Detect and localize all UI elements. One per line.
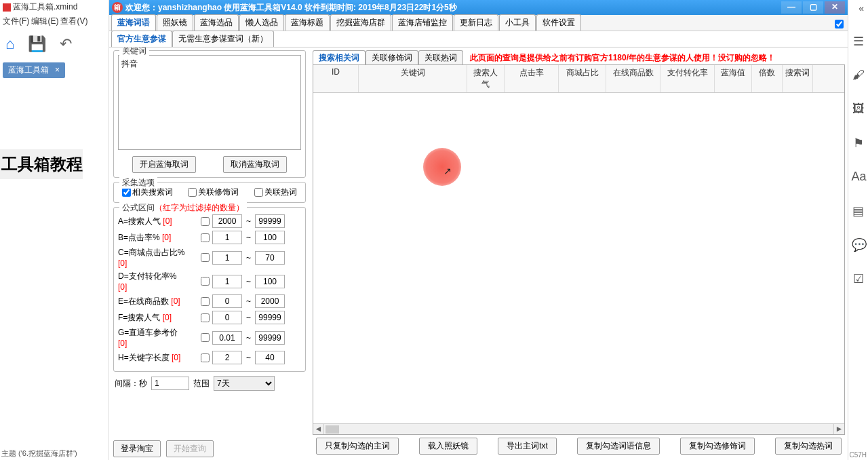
- text-icon[interactable]: Aa: [852, 170, 865, 183]
- formula-enable-checkbox[interactable]: [201, 333, 210, 342]
- column-在线商品数[interactable]: 在线商品数: [606, 65, 660, 92]
- formula-max-input[interactable]: [255, 251, 285, 265]
- column-ID[interactable]: ID: [313, 65, 359, 92]
- scroll-thumb[interactable]: [326, 425, 339, 434]
- interval-input[interactable]: [151, 377, 189, 390]
- tab-更新日志[interactable]: 更新日志: [454, 14, 498, 31]
- formula-enable-checkbox[interactable]: [201, 297, 210, 306]
- formula-min-input[interactable]: [212, 214, 242, 228]
- keyword-input[interactable]: [118, 55, 301, 150]
- formula-min-input[interactable]: [212, 311, 242, 324]
- minimize-button[interactable]: —: [781, 1, 802, 14]
- collect-options-group: 采集选项 相关搜索词 关联修饰词 关联热词: [113, 182, 306, 203]
- start-collect-button[interactable]: 开启蓝海取词: [132, 156, 196, 173]
- footer-action-5[interactable]: 复制勾选热词: [775, 438, 842, 455]
- start-query-button[interactable]: 开始查询: [166, 440, 214, 457]
- menu-file[interactable]: 文件(F): [3, 16, 29, 26]
- opt-hot[interactable]: 关联热词: [254, 187, 297, 198]
- save-icon[interactable]: 💾: [28, 35, 46, 53]
- scroll-right-icon[interactable]: ►: [833, 424, 844, 434]
- note-icon[interactable]: ▤: [852, 204, 865, 217]
- formula-min-input[interactable]: [212, 251, 242, 265]
- column-商城占比[interactable]: 商城占比: [559, 65, 606, 92]
- formula-enable-checkbox[interactable]: [201, 233, 210, 242]
- tab-懒人选品[interactable]: 懒人选品: [239, 14, 284, 31]
- column-搜索词[interactable]: 搜索词: [783, 65, 813, 92]
- comment-icon[interactable]: 💬: [852, 237, 865, 251]
- xmind-canvas[interactable]: 工具箱教程: [0, 136, 108, 339]
- task-icon[interactable]: ☑: [852, 271, 865, 285]
- tab-蓝海店铺监控[interactable]: 蓝海店铺监控: [392, 14, 453, 31]
- formula-row-0: A=搜索人气 [0]~: [118, 214, 301, 228]
- maximize-button[interactable]: ▢: [803, 1, 823, 14]
- footer-action-3[interactable]: 复制勾选词语信息: [577, 438, 660, 455]
- xmind-node-text[interactable]: 工具箱教程: [0, 149, 83, 179]
- menu-view[interactable]: 查看(V): [60, 16, 87, 26]
- footer-action-4[interactable]: 复制勾选修饰词: [680, 438, 755, 455]
- subtab-0[interactable]: 官方生意参谋: [111, 31, 172, 47]
- formula-enable-checkbox[interactable]: [201, 217, 210, 226]
- tab-软件设置[interactable]: 软件设置: [536, 14, 581, 31]
- formula-max-input[interactable]: [255, 275, 285, 288]
- datatab-2[interactable]: 关联热词: [418, 50, 463, 65]
- titlebar-checkbox[interactable]: [835, 20, 844, 28]
- formula-label: F=搜索人气 [0]: [118, 312, 186, 324]
- menu-edit[interactable]: 编辑(E): [31, 16, 58, 26]
- subtab-1[interactable]: 无需生意参谋查词（新）: [172, 31, 274, 47]
- image-icon[interactable]: 🖼: [852, 102, 865, 115]
- opt-modifier[interactable]: 关联修饰词: [188, 187, 239, 198]
- tab-蓝海词语[interactable]: 蓝海词语: [111, 14, 156, 31]
- tab-挖掘蓝海店群[interactable]: 挖掘蓝海店群: [330, 14, 391, 31]
- datatab-0[interactable]: 搜索相关词: [313, 50, 366, 65]
- formula-max-input[interactable]: [255, 351, 285, 364]
- column-搜索人气[interactable]: 搜索人气: [467, 65, 505, 92]
- formula-min-input[interactable]: [212, 231, 242, 244]
- footer-action-1[interactable]: 载入照妖镜: [419, 438, 477, 455]
- formula-max-input[interactable]: [255, 331, 285, 345]
- column-蓝海值[interactable]: 蓝海值: [715, 65, 752, 92]
- column-关键词[interactable]: 关键词: [359, 65, 467, 92]
- column-倍数[interactable]: 倍数: [752, 65, 783, 92]
- formula-max-input[interactable]: [255, 294, 285, 308]
- close-icon[interactable]: ×: [55, 65, 60, 75]
- datatab-1[interactable]: 关联修饰词: [366, 50, 418, 65]
- cancel-collect-button[interactable]: 取消蓝海取词: [223, 156, 287, 173]
- opt-related-checkbox[interactable]: [122, 188, 131, 197]
- tab-蓝海选品[interactable]: 蓝海选品: [194, 14, 239, 31]
- outline-icon[interactable]: ☰: [852, 34, 865, 47]
- column-支付转化率[interactable]: 支付转化率: [660, 65, 715, 92]
- column-点击率[interactable]: 点击率: [505, 65, 559, 92]
- tab-照妖镜[interactable]: 照妖镜: [157, 14, 193, 31]
- grid-scrollbar[interactable]: ◄ ►: [313, 423, 844, 434]
- formula-min-input[interactable]: [212, 351, 242, 364]
- formula-row-3: D=支付转化率% [0]~: [118, 271, 301, 292]
- flag-icon[interactable]: ⚑: [852, 136, 865, 149]
- opt-modifier-checkbox[interactable]: [188, 188, 197, 197]
- tab-小工具[interactable]: 小工具: [499, 14, 536, 31]
- formula-min-input[interactable]: [212, 294, 242, 308]
- footer-action-0[interactable]: 只复制勾选的主词: [316, 438, 399, 455]
- xmind-document-tab[interactable]: 蓝海工具箱 ×: [3, 62, 65, 78]
- formula-row-6: G=直通车参考价 [0]~: [118, 327, 301, 348]
- range-select[interactable]: 7天: [214, 376, 275, 391]
- formula-enable-checkbox[interactable]: [201, 353, 210, 362]
- grid-body[interactable]: [313, 93, 844, 435]
- formula-enable-checkbox[interactable]: [201, 277, 210, 286]
- formula-min-input[interactable]: [212, 275, 242, 288]
- formula-min-input[interactable]: [212, 331, 242, 345]
- format-icon[interactable]: 🖌: [852, 68, 865, 81]
- login-taobao-button[interactable]: 登录淘宝: [113, 440, 161, 457]
- formula-max-input[interactable]: [255, 214, 285, 228]
- formula-max-input[interactable]: [255, 231, 285, 244]
- undo-icon[interactable]: ↶: [60, 35, 72, 53]
- formula-max-input[interactable]: [255, 311, 285, 324]
- collapse-icon[interactable]: «: [859, 3, 864, 14]
- footer-action-2[interactable]: 导出主词txt: [498, 438, 557, 455]
- tab-蓝海标题[interactable]: 蓝海标题: [285, 14, 330, 31]
- scroll-left-icon[interactable]: ◄: [313, 424, 324, 434]
- opt-hot-checkbox[interactable]: [254, 188, 263, 197]
- home-icon[interactable]: ⌂: [5, 35, 14, 53]
- formula-enable-checkbox[interactable]: [201, 253, 210, 262]
- formula-enable-checkbox[interactable]: [201, 313, 210, 322]
- close-button[interactable]: ✕: [825, 1, 845, 14]
